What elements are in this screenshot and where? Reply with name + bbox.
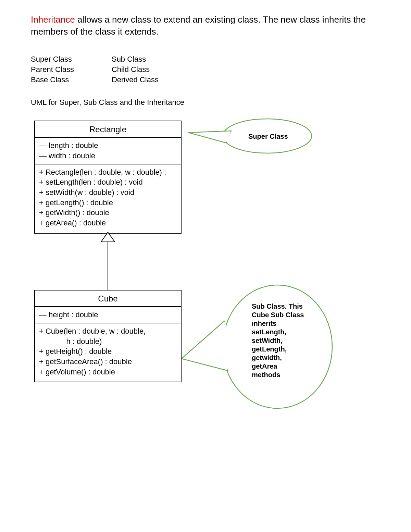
uml-attr: — width : double [39, 151, 177, 161]
term-item: Derived Class [112, 75, 159, 84]
callout-line: methods [252, 371, 313, 379]
uml-class-attributes: — length : double — width : double [35, 138, 181, 164]
callout-line: setLength, [252, 328, 313, 336]
intro-rest: allows a new class to extend an existing… [31, 14, 366, 37]
term-item: Sub Class [112, 55, 159, 64]
callout-sub-class: Sub Class. This Cube Sub Class inherits … [182, 282, 339, 419]
uml-method: + getHeight() : double [39, 346, 177, 357]
callout-line: getwidth, [252, 354, 313, 362]
uml-method: + Cube(len : double, w : double, [39, 326, 177, 336]
term-item: Child Class [112, 65, 159, 74]
terminology-table: Super Class Parent Class Base Class Sub … [31, 55, 380, 84]
uml-class-methods: + Rectangle(len : double, w : double) : … [35, 164, 181, 233]
uml-caption: UML for Super, Sub Class and the Inherit… [31, 98, 380, 107]
callout-line: setWidth, [252, 336, 313, 345]
uml-method: + getVolume() : double [39, 367, 177, 377]
callout-line: Cube Sub Class [252, 311, 313, 319]
uml-class-cube: Cube — height : double + Cube(len : doub… [34, 290, 182, 382]
uml-method: + Rectangle(len : double, w : double) : [39, 167, 177, 177]
term-item: Super Class [31, 55, 74, 64]
uml-attr: — length : double [39, 140, 177, 151]
uml-method: + setWidth(w : double) : void [39, 187, 177, 198]
callout-text-block: Sub Class. This Cube Sub Class inherits … [252, 302, 313, 379]
intro-keyword: Inheritance [31, 14, 75, 25]
uml-class-name: Cube [35, 290, 181, 307]
uml-class-rectangle: Rectangle — length : double — width : do… [34, 121, 182, 234]
callout-line: inherits [252, 319, 313, 328]
uml-method: + getLength() : double [39, 198, 177, 208]
svg-marker-1 [101, 232, 115, 242]
callout-super-class: Super Class [188, 117, 315, 162]
uml-method: + getWidth() : double [39, 208, 177, 218]
callout-line: Sub Class. This [252, 302, 313, 311]
uml-method: h : double) [39, 336, 177, 347]
callout-line: getLength, [252, 345, 313, 354]
callout-line: getArea [252, 362, 313, 371]
uml-class-attributes: — height : double [35, 307, 181, 323]
terms-left-col: Super Class Parent Class Base Class [31, 55, 74, 84]
inheritance-arrow-icon [99, 232, 116, 290]
uml-class-name: Rectangle [35, 121, 181, 138]
uml-diagram: Rectangle — length : double — width : do… [31, 121, 380, 463]
callout-text: Super Class [248, 132, 288, 141]
term-item: Parent Class [31, 65, 74, 74]
uml-method: + getArea() : double [39, 218, 177, 228]
uml-method: + getSurfaceArea() : double [39, 357, 177, 367]
uml-method: + setLength(len : double) : void [39, 177, 177, 187]
uml-class-methods: + Cube(len : double, w : double, h : dou… [35, 323, 181, 382]
uml-attr: — height : double [39, 310, 177, 320]
intro-paragraph: Inheritance allows a new class to extend… [31, 14, 380, 38]
term-item: Base Class [31, 75, 74, 84]
terms-right-col: Sub Class Child Class Derived Class [112, 55, 159, 84]
